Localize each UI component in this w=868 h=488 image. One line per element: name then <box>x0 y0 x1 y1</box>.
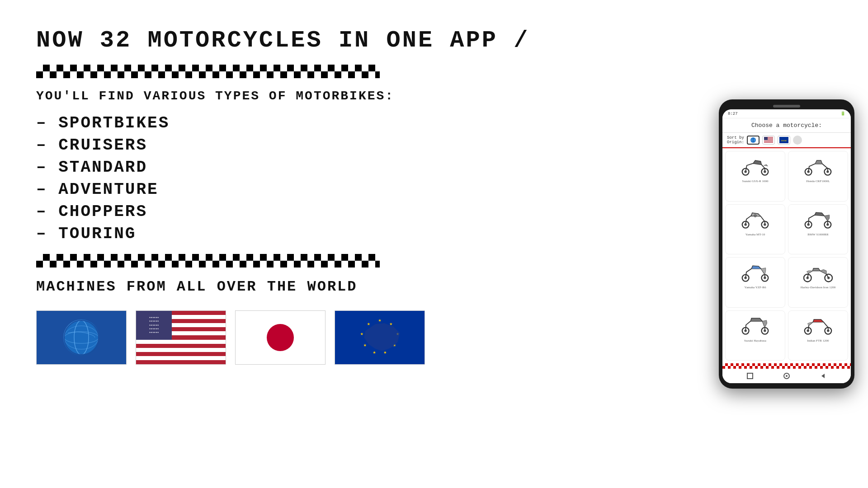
phone-checkered-bottom <box>722 363 851 369</box>
globe-icon <box>63 319 99 356</box>
svg-rect-26 <box>764 137 768 140</box>
phone-notch <box>773 105 800 108</box>
checkered-divider-top <box>36 65 380 78</box>
flags-row: ★★★★★★★★★★★★★★★★★★★★★★★★★★★★★★ ★ ★ ★ <box>36 310 669 365</box>
bike-card-suzuki-gsx[interactable]: Suzuki GSX-R 1000 <box>725 151 785 202</box>
checkered-divider-bottom <box>36 254 380 267</box>
svg-marker-65 <box>821 374 825 378</box>
svg-point-41 <box>754 215 757 217</box>
bike-image-yamaha-r6 <box>740 261 771 284</box>
us-stars: ★★★★★★★★★★★★★★★★★★★★★★★★★★★★★★ <box>149 316 159 335</box>
svg-text:★★★: ★★★ <box>781 139 787 142</box>
nav-home-icon[interactable] <box>783 372 790 380</box>
filter-usa-button[interactable] <box>762 136 775 145</box>
bike-type-cruisers: – CRUISERS <box>36 136 669 155</box>
japan-circle-icon <box>267 324 294 351</box>
bike-image-harley-iron <box>802 261 834 284</box>
svg-point-64 <box>786 375 788 377</box>
bike-image-indian-ftr <box>802 314 834 337</box>
bike-card-bmw-s1000rr[interactable]: BMW S1000RR <box>788 204 848 255</box>
filter-world-button[interactable] <box>747 136 760 145</box>
flag-usa[interactable]: ★★★★★★★★★★★★★★★★★★★★★★★★★★★★★★ <box>136 310 226 365</box>
bike-types-list: – SPORTBIKES – CRUISERS – STANDARD – ADV… <box>36 114 669 243</box>
bike-name-bmw-s1000rr: BMW S1000RR <box>807 233 828 236</box>
bike-name-yamaha-r6: Yamaha YZF-R6 <box>745 286 766 289</box>
filter-other-button[interactable] <box>793 136 802 145</box>
bottom-text: MACHINES FROM ALL OVER THE WORLD <box>36 278 669 295</box>
svg-text:★: ★ <box>378 317 381 324</box>
app-header: Choose a motorcycle: <box>722 118 851 133</box>
nav-square-icon[interactable] <box>746 372 754 380</box>
bike-card-indian-ftr[interactable]: Indian FTR 1200 <box>788 310 848 361</box>
bike-grid[interactable]: Suzuki GSX-R 1000 <box>722 148 851 363</box>
bike-image-suzuki-gsx <box>740 155 771 178</box>
filter-eu-button[interactable]: ★★★ <box>778 136 790 145</box>
bike-name-indian-ftr: Indian FTR 1200 <box>807 339 829 343</box>
svg-rect-24 <box>764 142 773 142</box>
flag-japan[interactable] <box>235 310 326 365</box>
filter-bar: Sort byOrigin: <box>722 133 851 148</box>
bike-type-standard: – STANDARD <box>36 158 669 177</box>
main-title: NOW 32 MOTORCYCLES IN ONE APP / <box>36 27 669 54</box>
phone-screen: 8:27 🔋 Choose a motorcycle: Sort byOrigi… <box>722 109 851 383</box>
bike-name-yamaha-mt10: Yamaha MT-10 <box>745 233 765 236</box>
bike-card-yamaha-r6[interactable]: Yamaha YZF-R6 <box>725 257 785 308</box>
svg-text:★: ★ <box>373 349 376 356</box>
bike-card-hayabusa[interactable]: Suzuki Hayabusa <box>725 310 785 361</box>
svg-rect-23 <box>764 141 773 141</box>
bike-image-honda-crf <box>802 155 834 178</box>
bike-name-suzuki-gsx: Suzuki GSX-R 1000 <box>742 179 769 183</box>
phone-status-icons: 🔋 <box>840 111 845 116</box>
svg-rect-22 <box>764 140 773 141</box>
phone-time: 8:27 <box>728 112 738 116</box>
bike-type-adventure: – ADVENTURE <box>36 180 669 199</box>
flag-europe[interactable]: ★ ★ ★ ★ ★ ★ ★ ★ ★ <box>335 310 425 365</box>
bike-type-sportbikes: – SPORTBIKES <box>36 114 669 132</box>
bike-image-bmw-s1000rr <box>802 208 834 231</box>
bike-card-harley-iron[interactable]: Harley-Davidson Iron 1200 <box>788 257 848 308</box>
bike-name-honda-crf: Honda CRF1000L <box>807 179 830 183</box>
bike-image-yamaha-mt10 <box>740 208 771 231</box>
app-header-text: Choose a motorcycle: <box>751 122 822 129</box>
phone-frame: 8:27 🔋 Choose a motorcycle: Sort byOrigi… <box>719 99 854 389</box>
bike-card-honda-crf[interactable]: Honda CRF1000L <box>788 151 848 202</box>
svg-rect-62 <box>747 373 753 379</box>
phone-status-bar: 8:27 🔋 <box>722 109 851 118</box>
bike-name-hayabusa: Suzuki Hayabusa <box>744 339 766 343</box>
bike-image-hayabusa <box>740 314 771 337</box>
phone-nav-bar <box>722 369 851 383</box>
svg-rect-25 <box>764 143 773 143</box>
bike-name-harley-iron: Harley-Davidson Iron 1200 <box>801 286 835 289</box>
nav-back-icon[interactable] <box>820 372 827 380</box>
right-panel: 8:27 🔋 Choose a motorcycle: Sort byOrigi… <box>705 0 868 488</box>
bike-type-choppers: – CHOPPERS <box>36 202 669 221</box>
bike-type-touring: – TOURING <box>36 225 669 243</box>
left-panel: NOW 32 MOTORCYCLES IN ONE APP / YOU'LL F… <box>0 0 705 488</box>
subtitle: YOU'LL FIND VARIOUS TYPES OF MOTORBIKES: <box>36 89 669 103</box>
bike-card-yamaha-mt10[interactable]: Yamaha MT-10 <box>725 204 785 255</box>
flag-world[interactable] <box>36 310 127 365</box>
svg-text:★: ★ <box>363 342 367 348</box>
svg-text:★: ★ <box>360 331 363 337</box>
filter-label: Sort byOrigin: <box>727 136 744 145</box>
svg-text:★: ★ <box>367 321 370 327</box>
